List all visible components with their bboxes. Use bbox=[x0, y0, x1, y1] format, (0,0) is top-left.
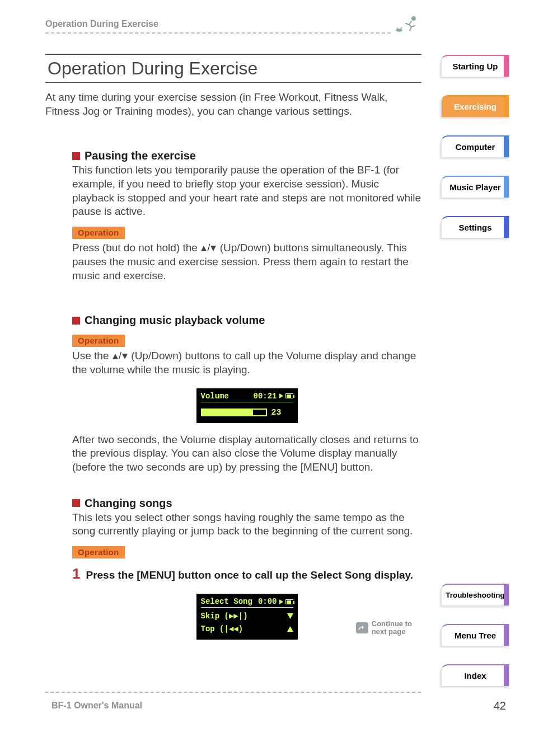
svg-marker-8 bbox=[287, 613, 293, 619]
battery-icon bbox=[285, 393, 293, 398]
up-triangle-icon bbox=[287, 626, 293, 632]
operation-label: Operation bbox=[72, 546, 125, 558]
section-title-songs: Changing songs bbox=[85, 497, 172, 510]
operation-label: Operation bbox=[72, 335, 125, 347]
section-title-volume: Changing music playback volume bbox=[85, 314, 265, 327]
divider-top bbox=[45, 32, 391, 34]
operation-text-pausing: Press (but do not hold) the / (Up/Down) … bbox=[72, 241, 421, 283]
footer-page-number: 42 bbox=[494, 699, 506, 712]
breadcrumb: Operation During Exercise bbox=[45, 19, 534, 29]
play-icon bbox=[279, 599, 283, 604]
footer-manual-name: BF-1 Owner's Manual bbox=[51, 701, 142, 711]
bullet-icon bbox=[72, 499, 80, 507]
svg-marker-9 bbox=[287, 626, 293, 632]
section-body-songs: This lets you select other songs having … bbox=[72, 511, 421, 538]
bullet-icon bbox=[72, 317, 80, 325]
step-text: Press the [MENU] button once to call up … bbox=[86, 569, 413, 581]
battery-icon bbox=[285, 599, 293, 604]
section-body-pausing: This function lets you temporarily pause… bbox=[72, 163, 421, 219]
svg-marker-4 bbox=[113, 354, 118, 359]
lcd-skip-row: Skip (▶▶|) bbox=[201, 611, 248, 621]
continue-next-page[interactable]: Continue to next page bbox=[356, 620, 412, 636]
svg-point-0 bbox=[412, 17, 415, 20]
operation-text-volume: Use the / (Up/Down) buttons to call up t… bbox=[72, 349, 421, 377]
side-tabs-bottom: Troubleshooting Menu Tree Index bbox=[441, 584, 509, 687]
page-title: Operation During Exercise bbox=[45, 54, 421, 83]
operation-label: Operation bbox=[72, 227, 125, 239]
tab-starting-up[interactable]: Starting Up bbox=[441, 55, 509, 77]
bullet-icon bbox=[72, 152, 80, 160]
lcd-time: 0:00 bbox=[258, 597, 277, 606]
play-icon bbox=[279, 393, 283, 398]
tab-settings[interactable]: Settings bbox=[441, 216, 509, 238]
tab-music-player[interactable]: Music Player bbox=[441, 176, 509, 198]
section-after-volume: After two seconds, the Volume display au… bbox=[72, 433, 421, 475]
lcd-select-song-display: Select Song 0:00 Skip (▶▶|) Top (|◀◀) bbox=[196, 594, 298, 640]
lcd-top-row: Top (|◀◀) bbox=[201, 624, 243, 633]
lcd-time: 00:21 bbox=[253, 392, 277, 401]
lcd-volume-display: Volume 00:21 23 bbox=[196, 388, 298, 423]
intro-text: At any time during your exercise session… bbox=[45, 91, 421, 118]
lcd-label: Volume bbox=[201, 392, 229, 401]
tab-index[interactable]: Index bbox=[441, 664, 509, 687]
section-title-pausing: Pausing the exercise bbox=[85, 149, 196, 162]
svg-marker-2 bbox=[201, 246, 207, 251]
svg-marker-3 bbox=[210, 246, 216, 251]
svg-marker-6 bbox=[279, 393, 283, 398]
divider-bottom bbox=[45, 692, 421, 693]
continue-text: Continue to next page bbox=[372, 620, 412, 636]
tab-troubleshooting[interactable]: Troubleshooting bbox=[441, 584, 509, 606]
step-number: 1 bbox=[72, 565, 80, 583]
runner-icon bbox=[395, 16, 419, 35]
continue-icon bbox=[356, 622, 368, 633]
svg-point-1 bbox=[396, 29, 402, 31]
volume-bar bbox=[201, 408, 267, 416]
side-tabs-top: Starting Up Exercising Computer Music Pl… bbox=[441, 55, 509, 238]
svg-marker-5 bbox=[122, 354, 128, 359]
volume-value: 23 bbox=[271, 408, 282, 417]
lcd-header: Select Song bbox=[201, 597, 252, 606]
tab-computer[interactable]: Computer bbox=[441, 135, 509, 158]
tab-menu-tree[interactable]: Menu Tree bbox=[441, 624, 509, 646]
tab-exercising[interactable]: Exercising bbox=[441, 95, 509, 118]
down-triangle-icon bbox=[287, 613, 293, 619]
svg-marker-7 bbox=[279, 599, 283, 604]
